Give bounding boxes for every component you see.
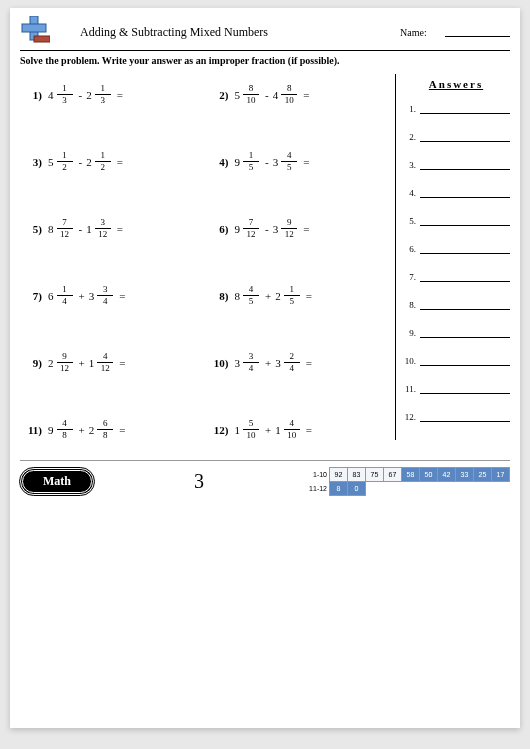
whole-a: 9	[235, 223, 241, 235]
score-cell: 42	[438, 468, 456, 482]
answer-line: 5.	[402, 216, 510, 226]
fraction-a: 810	[243, 84, 259, 105]
answer-line: 10.	[402, 356, 510, 366]
problem: 5)8712-1312=	[24, 218, 205, 239]
problem-number: 8)	[211, 290, 229, 302]
problem: 6)9712-3912=	[211, 218, 392, 239]
fraction-b: 13	[95, 84, 111, 105]
answer-blank[interactable]	[420, 384, 510, 394]
answer-blank[interactable]	[420, 160, 510, 170]
whole-a: 8	[235, 290, 241, 302]
operator: -	[79, 156, 83, 168]
whole-b: 2	[275, 290, 281, 302]
score-cell: 67	[384, 468, 402, 482]
expression: 512-212=	[48, 151, 123, 172]
equals-icon: =	[117, 223, 123, 235]
whole-b: 3	[273, 156, 279, 168]
name-label: Name:	[400, 27, 445, 38]
expression: 845+215=	[235, 285, 312, 306]
operator: +	[265, 424, 271, 436]
answer-blank[interactable]	[420, 216, 510, 226]
problem-number: 5)	[24, 223, 42, 235]
fraction-a: 14	[57, 285, 73, 306]
whole-a: 3	[235, 357, 241, 369]
score-cell: 92	[330, 468, 348, 482]
fraction-b: 24	[284, 352, 300, 373]
answer-number: 11.	[402, 384, 416, 394]
answer-number: 7.	[402, 272, 416, 282]
operator: -	[265, 223, 269, 235]
answer-blank[interactable]	[420, 272, 510, 282]
fraction-b: 312	[95, 218, 111, 239]
answer-line: 6.	[402, 244, 510, 254]
content: 1)413-213=2)5810-4810=3)512-212=4)915-34…	[20, 74, 510, 440]
fraction-a: 45	[243, 285, 259, 306]
operator: -	[265, 156, 269, 168]
equals-icon: =	[306, 357, 312, 369]
equals-icon: =	[306, 290, 312, 302]
instructions: Solve the problem. Write your answer as …	[20, 55, 510, 66]
fraction-a: 15	[243, 151, 259, 172]
fraction-a: 13	[57, 84, 73, 105]
problem: 3)512-212=	[24, 151, 205, 172]
operator: +	[79, 357, 85, 369]
answer-blank[interactable]	[420, 104, 510, 114]
whole-b: 2	[86, 156, 92, 168]
score-cell: 58	[402, 468, 420, 482]
fraction-a: 912	[57, 352, 73, 373]
problem-number: 12)	[211, 424, 229, 436]
whole-b: 2	[89, 424, 95, 436]
answer-number: 10.	[402, 356, 416, 366]
answer-blank[interactable]	[420, 412, 510, 422]
whole-b: 1	[86, 223, 92, 235]
equals-icon: =	[303, 223, 309, 235]
score-cell: 8	[330, 482, 348, 496]
answer-number: 6.	[402, 244, 416, 254]
answer-number: 5.	[402, 216, 416, 226]
answer-number: 9.	[402, 328, 416, 338]
score-cell: 50	[420, 468, 438, 482]
answer-blank[interactable]	[420, 300, 510, 310]
whole-b: 4	[273, 89, 279, 101]
fraction-b: 410	[284, 419, 300, 440]
problem: 1)413-213=	[24, 84, 205, 105]
expression: 1510+1410=	[235, 419, 312, 440]
answer-blank[interactable]	[420, 132, 510, 142]
answers-column: Answers 1.2.3.4.5.6.7.8.9.10.11.12.	[395, 74, 510, 440]
whole-a: 8	[48, 223, 54, 235]
name-blank[interactable]	[445, 28, 510, 37]
fraction-a: 34	[243, 352, 259, 373]
answer-number: 12.	[402, 412, 416, 422]
fraction-a: 48	[57, 419, 73, 440]
score-cell: 75	[366, 468, 384, 482]
expression: 9712-3912=	[235, 218, 310, 239]
whole-b: 1	[89, 357, 95, 369]
footer: Math 3 1-1092837567585042332517 11-1280	[20, 460, 510, 496]
expression: 2912+1412=	[48, 352, 125, 373]
equals-icon: =	[119, 357, 125, 369]
score-cell: 0	[348, 482, 366, 496]
problem: 4)915-345=	[211, 151, 392, 172]
answer-blank[interactable]	[420, 328, 510, 338]
operator: +	[265, 357, 271, 369]
whole-b: 3	[89, 290, 95, 302]
answer-line: 8.	[402, 300, 510, 310]
equals-icon: =	[119, 424, 125, 436]
answer-line: 12.	[402, 412, 510, 422]
whole-b: 1	[275, 424, 281, 436]
problem-number: 3)	[24, 156, 42, 168]
score-label: 11-12	[304, 482, 330, 496]
page-number: 3	[194, 470, 204, 493]
answer-blank[interactable]	[420, 244, 510, 254]
score-cell: 17	[492, 468, 510, 482]
answer-line: 11.	[402, 384, 510, 394]
problem: 11)948+268=	[24, 419, 205, 440]
answer-blank[interactable]	[420, 188, 510, 198]
subject-badge: Math	[20, 468, 94, 495]
answer-blank[interactable]	[420, 356, 510, 366]
problem: 7)614+334=	[24, 285, 205, 306]
problem: 10)334+324=	[211, 352, 392, 373]
whole-a: 5	[235, 89, 241, 101]
whole-b: 3	[273, 223, 279, 235]
expression: 413-213=	[48, 84, 123, 105]
